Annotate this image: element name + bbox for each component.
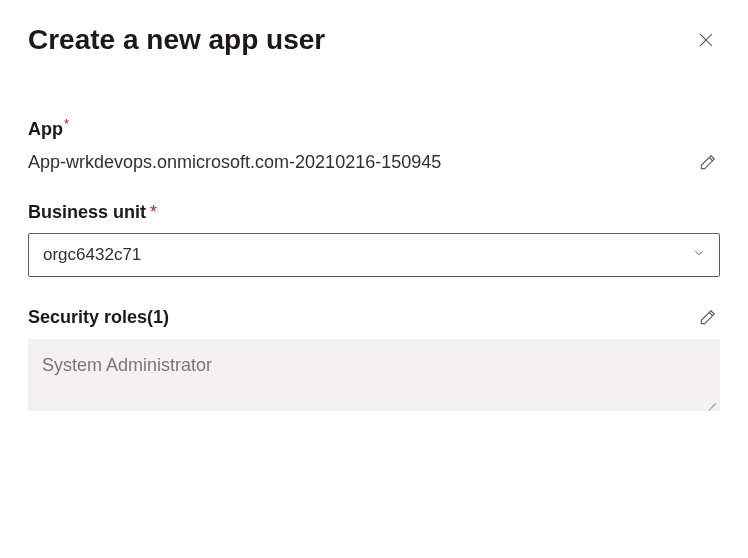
app-value: App-wrkdevops.onmicrosoft.com-20210216-1…: [28, 152, 441, 173]
close-button[interactable]: [692, 26, 720, 54]
edit-security-roles-button[interactable]: [696, 305, 720, 329]
security-role-item: System Administrator: [42, 355, 212, 375]
svg-line-3: [709, 312, 712, 315]
svg-line-2: [709, 157, 712, 160]
required-indicator: *: [64, 116, 69, 131]
required-indicator: *: [150, 202, 157, 222]
security-roles-box[interactable]: System Administrator: [28, 339, 720, 411]
pencil-icon: [698, 152, 718, 172]
app-label: App*: [28, 116, 720, 140]
dialog-header: Create a new app user: [28, 24, 720, 56]
resize-handle-icon: [704, 395, 716, 407]
business-unit-select-wrap: [28, 233, 720, 277]
pencil-icon: [698, 307, 718, 327]
app-field: App* App-wrkdevops.onmicrosoft.com-20210…: [28, 116, 720, 174]
business-unit-field: Business unit*: [28, 202, 720, 277]
security-roles-header: Security roles(1): [28, 305, 720, 329]
security-roles-label: Security roles(1): [28, 307, 169, 328]
close-icon: [696, 30, 716, 50]
app-value-row: App-wrkdevops.onmicrosoft.com-20210216-1…: [28, 150, 720, 174]
app-label-text: App: [28, 119, 63, 139]
business-unit-label: Business unit*: [28, 202, 720, 223]
security-roles-field: Security roles(1) System Administrator: [28, 305, 720, 411]
dialog-title: Create a new app user: [28, 24, 325, 56]
business-unit-select[interactable]: [28, 233, 720, 277]
edit-app-button[interactable]: [696, 150, 720, 174]
business-unit-label-text: Business unit: [28, 202, 146, 222]
